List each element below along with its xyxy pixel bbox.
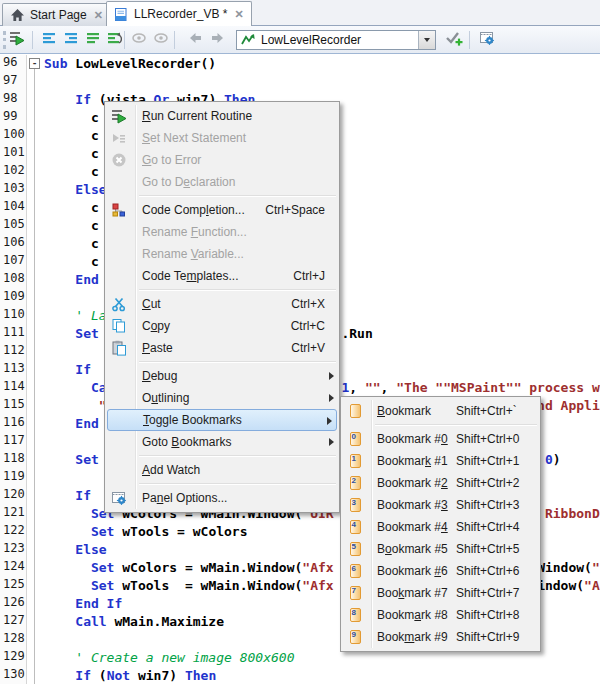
menu-separator xyxy=(139,289,336,291)
menu-item-label: Bookmark #8 xyxy=(377,608,456,622)
menu-item-copy[interactable]: CopyCtrl+C xyxy=(106,315,338,337)
menu-item-bookmark-9[interactable]: 9Bookmark #9Shift+Ctrl+9 xyxy=(342,626,539,648)
menu-item-bookmark-2[interactable]: 2Bookmark #2Shift+Ctrl+2 xyxy=(342,472,539,494)
code-line[interactable]: Sub LowLevelRecorder() xyxy=(44,55,216,73)
indent-button[interactable] xyxy=(60,29,82,51)
comment-block-button[interactable] xyxy=(82,29,104,51)
menu-item-label: Bookmark xyxy=(377,404,456,418)
code-line[interactable]: c xyxy=(44,109,99,127)
routine-selector-dropdown-button[interactable] xyxy=(418,31,435,49)
menu-item-bookmark-0[interactable]: 0Bookmark #0Shift+Ctrl+0 xyxy=(342,428,539,450)
menu-item-label: Bookmark #0 xyxy=(377,432,456,446)
menu-item-shortcut: Shift+Ctrl+` xyxy=(456,404,517,418)
navigate-back-button[interactable] xyxy=(184,29,206,51)
menu-item-shortcut: Shift+Ctrl+6 xyxy=(456,564,519,578)
line-number: 114 xyxy=(3,379,25,397)
menu-item-bookmark-8[interactable]: 8Bookmark #8Shift+Ctrl+8 xyxy=(342,604,539,626)
menu-item-outlining[interactable]: Outlining xyxy=(106,387,338,409)
submenu-arrow-icon xyxy=(329,372,334,380)
toolbar-separator xyxy=(174,31,175,49)
panel-options-icon xyxy=(479,30,495,50)
run-current-routine-button[interactable] xyxy=(6,29,28,51)
eye-icon xyxy=(153,30,169,50)
line-number: 108 xyxy=(3,271,25,289)
code-line[interactable]: ' Create a new image 800x600 xyxy=(44,649,294,667)
line-number: 105 xyxy=(3,217,25,235)
code-line[interactable]: Else xyxy=(44,181,107,199)
menu-item-shortcut: Ctrl+Space xyxy=(265,203,338,217)
bookmark-icon: 1 xyxy=(347,453,363,469)
code-line[interactable]: If xyxy=(44,487,91,505)
line-number: 103 xyxy=(3,181,25,199)
close-icon[interactable]: ✕ xyxy=(94,9,103,22)
run-routine-icon xyxy=(111,108,127,124)
menu-item-run-current-routine[interactable]: Run Current Routine xyxy=(106,105,338,127)
routine-selector-value: LowLevelRecorder xyxy=(261,33,361,47)
menu-item-bookmark-7[interactable]: 7Bookmark #7Shift+Ctrl+7 xyxy=(342,582,539,604)
menu-item-bookmark-1[interactable]: 1Bookmark #1Shift+Ctrl+1 xyxy=(342,450,539,472)
menu-item-label: Bookmark #2 xyxy=(377,476,456,490)
menu-item-shortcut: Shift+Ctrl+4 xyxy=(456,520,519,534)
menu-item-add-watch[interactable]: Add Watch xyxy=(106,459,338,481)
menu-separator xyxy=(139,455,336,457)
chevron-down-icon xyxy=(424,38,430,42)
outdent-button[interactable] xyxy=(38,29,60,51)
menu-item-go-to-declaration[interactable]: Go to Declaration xyxy=(106,171,338,193)
menu-item-bookmark[interactable]: BookmarkShift+Ctrl+` xyxy=(342,400,539,422)
menu-item-code-completion[interactable]: Code Completion...Ctrl+Space xyxy=(106,199,338,221)
close-icon[interactable]: ✕ xyxy=(234,8,243,21)
menu-item-bookmark-5[interactable]: 5Bookmark #5Shift+Ctrl+5 xyxy=(342,538,539,560)
line-number: 102 xyxy=(3,163,25,181)
menu-item-label: Bookmark #6 xyxy=(377,564,456,578)
panel-options-icon xyxy=(111,490,127,506)
menu-item-set-next-statement[interactable]: Set Next Statement xyxy=(106,127,338,149)
menu-item-rename-function[interactable]: Rename Function... xyxy=(106,221,338,243)
code-line[interactable]: c xyxy=(44,199,99,217)
code-line[interactable]: If (Not win7) Then xyxy=(44,667,216,684)
menu-item-toggle-bookmarks[interactable]: Toggle Bookmarks xyxy=(107,409,337,431)
menu-item-debug[interactable]: Debug xyxy=(106,365,338,387)
code-line[interactable]: c xyxy=(44,235,99,253)
code-line[interactable]: If xyxy=(44,361,91,379)
menu-item-shortcut: Ctrl+V xyxy=(291,341,338,355)
menu-item-goto-bookmarks[interactable]: Goto Bookmarks xyxy=(106,431,338,453)
disabled-action-2-button[interactable] xyxy=(150,29,172,51)
menu-item-rename-variable[interactable]: Rename Variable... xyxy=(106,243,338,265)
code-line[interactable]: c xyxy=(44,163,99,181)
code-line[interactable]: c xyxy=(44,253,99,271)
code-line[interactable]: c xyxy=(44,145,99,163)
line-number: 98 xyxy=(3,91,17,109)
menu-item-paste[interactable]: PasteCtrl+V xyxy=(106,337,338,359)
menu-item-bookmark-3[interactable]: 3Bookmark #3Shift+Ctrl+3 xyxy=(342,494,539,516)
fold-collapse-box[interactable]: - xyxy=(29,58,40,69)
code-completion-icon xyxy=(111,202,127,218)
menu-item-panel-options[interactable]: Panel Options... xyxy=(106,487,338,509)
uncomment-block-button[interactable] xyxy=(103,29,125,51)
tab-start-page[interactable]: Start Page✕ xyxy=(2,3,111,26)
tab-llrecorder-vb[interactable]: LLRecorder_VB *✕ xyxy=(106,1,252,26)
line-number: 109 xyxy=(3,289,25,307)
code-line[interactable]: c xyxy=(44,127,99,145)
code-line[interactable]: c xyxy=(44,217,99,235)
menu-item-label: Go to Declaration xyxy=(142,175,235,189)
line-number: 110 xyxy=(3,307,25,325)
menu-item-cut[interactable]: CutCtrl+X xyxy=(106,293,338,315)
menu-item-code-templates[interactable]: Code Templates...Ctrl+J xyxy=(106,265,338,287)
menu-item-bookmark-4[interactable]: 4Bookmark #4Shift+Ctrl+4 xyxy=(342,516,539,538)
indent-icon xyxy=(63,30,79,50)
disabled-action-1-button[interactable] xyxy=(128,29,150,51)
outdent-icon xyxy=(41,30,57,50)
code-line[interactable]: Set wTools = wColors xyxy=(44,523,248,541)
panel-options-button[interactable] xyxy=(476,29,498,51)
routine-selector[interactable]: LowLevelRecorder xyxy=(236,30,436,50)
menu-item-label: Code Templates... xyxy=(142,269,239,283)
menu-item-bookmark-6[interactable]: 6Bookmark #6Shift+Ctrl+6 xyxy=(342,560,539,582)
code-line[interactable]: Else xyxy=(44,541,107,559)
navigate-forward-button[interactable] xyxy=(207,29,229,51)
code-line[interactable]: Call wMain.Maximize xyxy=(44,613,224,631)
code-line[interactable]: End If xyxy=(44,595,122,613)
check-syntax-button[interactable] xyxy=(443,29,465,51)
line-number: 126 xyxy=(3,595,25,613)
menu-item-go-to-error[interactable]: Go to Error xyxy=(106,149,338,171)
menu-item-label: Toggle Bookmarks xyxy=(143,413,242,427)
